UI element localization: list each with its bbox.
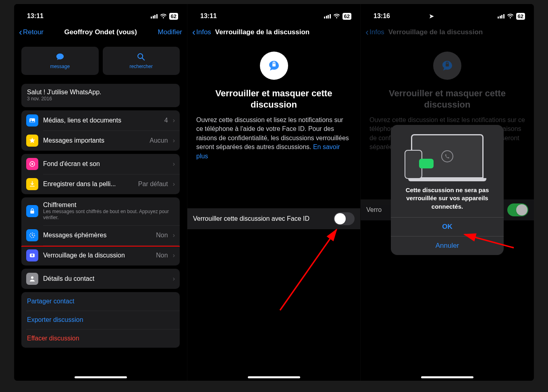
status-right: 62 xyxy=(324,13,351,20)
nav-title: Verrouillage de la discussion xyxy=(215,28,309,36)
svg-rect-11 xyxy=(272,64,276,66)
nav-back-label: Retour xyxy=(23,28,44,36)
chat-lock-hero-icon xyxy=(439,58,455,74)
status-bar: 13:11 62 xyxy=(14,4,187,23)
cellular-icon xyxy=(498,14,504,19)
svg-point-10 xyxy=(31,276,33,279)
status-time: 13:16 xyxy=(374,12,390,20)
battery-level: 62 xyxy=(516,13,525,20)
photo-icon xyxy=(26,114,38,127)
face-id-toggle xyxy=(507,203,528,216)
share-contact-row[interactable]: Partager contact xyxy=(21,292,180,311)
status-bar: 13:11 62 xyxy=(187,4,360,23)
chat-bubble-icon xyxy=(419,159,434,168)
starred-row[interactable]: Messages importants Aucun › xyxy=(21,131,180,151)
battery-level: 62 xyxy=(169,13,178,20)
svg-point-3 xyxy=(31,119,32,120)
popup-cancel-button[interactable]: Annuler xyxy=(391,236,504,255)
status-group: Salut ! J'utilise WhatsApp. 3 nov. 2016 xyxy=(21,84,180,107)
chevron-right-icon: › xyxy=(173,180,175,188)
media-group: Médias, liens et documents 4 › Messages … xyxy=(21,110,180,151)
popup-illustration xyxy=(403,132,492,180)
svg-rect-6 xyxy=(30,211,34,214)
hero-title: Verrouiller et masquer cette discussion xyxy=(196,88,351,110)
nav-back-button: ‹ Infos xyxy=(365,27,384,37)
face-id-toggle-row: Verrouiller cette discussion avec Face I… xyxy=(187,208,360,229)
save-row[interactable]: Enregistrer dans la pelli... Par défaut … xyxy=(21,174,180,194)
status-right: 62 xyxy=(151,13,178,20)
nav-bar: ‹ Infos Verrouillage de la discussion xyxy=(361,23,534,41)
export-chat-row[interactable]: Exporter discussion xyxy=(21,311,180,329)
person-icon xyxy=(26,273,38,285)
erase-chat-row[interactable]: Effacer discussion xyxy=(21,329,180,348)
home-indicator[interactable] xyxy=(75,376,127,378)
chat-lock-hero-icon xyxy=(266,58,282,74)
screen-2-chat-lock: 13:11 62 ‹ Infos Verrouillage de la disc… xyxy=(187,4,361,381)
contact-details-row[interactable]: Détails du contact › xyxy=(21,269,180,289)
media-row[interactable]: Médias, liens et documents 4 › xyxy=(21,110,180,131)
chevron-right-icon: › xyxy=(173,232,175,239)
save-icon xyxy=(26,178,38,190)
svg-line-12 xyxy=(280,230,336,310)
hero-icon-circle xyxy=(433,52,461,80)
star-icon xyxy=(26,135,38,147)
chevron-right-icon: › xyxy=(173,275,175,282)
toggle-label: Verro xyxy=(366,206,382,214)
nav-edit-button[interactable]: Modifier xyxy=(158,28,182,36)
hero-title: Verrouiller et masquer cette discussion xyxy=(369,88,525,110)
lock-icon xyxy=(26,205,38,217)
popup-ok-button[interactable]: OK xyxy=(391,217,504,236)
svg-point-5 xyxy=(31,163,33,165)
cellular-icon xyxy=(151,14,158,19)
ephemeral-row[interactable]: Messages éphémères Non › xyxy=(21,225,180,245)
nav-back-button[interactable]: ‹ Infos xyxy=(192,27,211,37)
status-bar: 13:16 ➤ 62 xyxy=(361,4,534,23)
message-label: message xyxy=(50,64,70,69)
action-row: message rechercher xyxy=(14,41,187,81)
wallpaper-row[interactable]: Fond d'écran et son › xyxy=(21,154,180,174)
chevron-left-icon: ‹ xyxy=(192,27,195,37)
details-group: Détails du contact › xyxy=(21,269,180,289)
search-label: rechercher xyxy=(130,64,153,69)
wallpaper-icon xyxy=(26,158,38,170)
message-icon xyxy=(56,52,64,61)
home-indicator[interactable] xyxy=(421,376,473,378)
home-indicator[interactable] xyxy=(248,376,300,378)
chevron-right-icon: › xyxy=(173,117,175,124)
battery-level: 62 xyxy=(342,13,351,20)
toggle-label: Verrouiller cette discussion avec Face I… xyxy=(193,215,309,222)
nav-title: Verrouillage de la discussion xyxy=(388,28,483,36)
nav-bar: ‹ Retour Geoffroy Ondet (vous) Modifier xyxy=(14,23,187,41)
svg-line-1 xyxy=(142,58,145,60)
svg-point-14 xyxy=(442,151,453,162)
chevron-right-icon: › xyxy=(173,252,175,259)
wifi-icon xyxy=(333,14,340,19)
encryption-row[interactable]: Chiffrement Les messages sont chiffrés d… xyxy=(21,197,180,225)
chevron-right-icon: › xyxy=(173,160,175,168)
confirm-popup: Cette discussion ne sera pas verrouillée… xyxy=(391,125,504,255)
toggle-knob xyxy=(334,213,346,224)
status-row[interactable]: Salut ! J'utilise WhatsApp. 3 nov. 2016 xyxy=(21,84,180,107)
chevron-left-icon: ‹ xyxy=(19,27,22,37)
status-time: 13:11 xyxy=(27,12,44,20)
face-id-toggle[interactable] xyxy=(334,212,355,225)
nav-back-button[interactable]: ‹ Retour xyxy=(19,27,44,37)
chat-lock-row[interactable]: Verrouillage de la discussion Non › xyxy=(21,245,180,265)
nav-bar: ‹ Infos Verrouillage de la discussion xyxy=(187,23,360,41)
whatsapp-logo-icon xyxy=(440,149,455,164)
screen-3-popup: 13:16 ➤ 62 ‹ Infos Verrouillage de la di… xyxy=(361,4,534,381)
popup-message: Cette discussion ne sera pas verrouillée… xyxy=(391,186,504,217)
timer-icon xyxy=(26,229,38,241)
privacy-group: Chiffrement Les messages sont chiffrés d… xyxy=(21,197,180,265)
search-icon xyxy=(137,52,145,61)
status-time: 13:11 xyxy=(200,12,217,20)
nav-title: Geoffroy Ondet (vous) xyxy=(45,28,156,36)
message-button[interactable]: message xyxy=(21,47,99,75)
nav-back-label: Infos xyxy=(369,28,384,36)
hero-description: Ouvrez cette discussion et lisez les not… xyxy=(196,116,351,161)
search-button[interactable]: rechercher xyxy=(103,47,180,75)
appearance-group: Fond d'écran et son › Enregistrer dans l… xyxy=(21,154,180,194)
actions-group: Partager contact Exporter discussion Eff… xyxy=(21,292,180,348)
svg-rect-13 xyxy=(446,64,449,66)
wifi-icon xyxy=(160,14,167,19)
